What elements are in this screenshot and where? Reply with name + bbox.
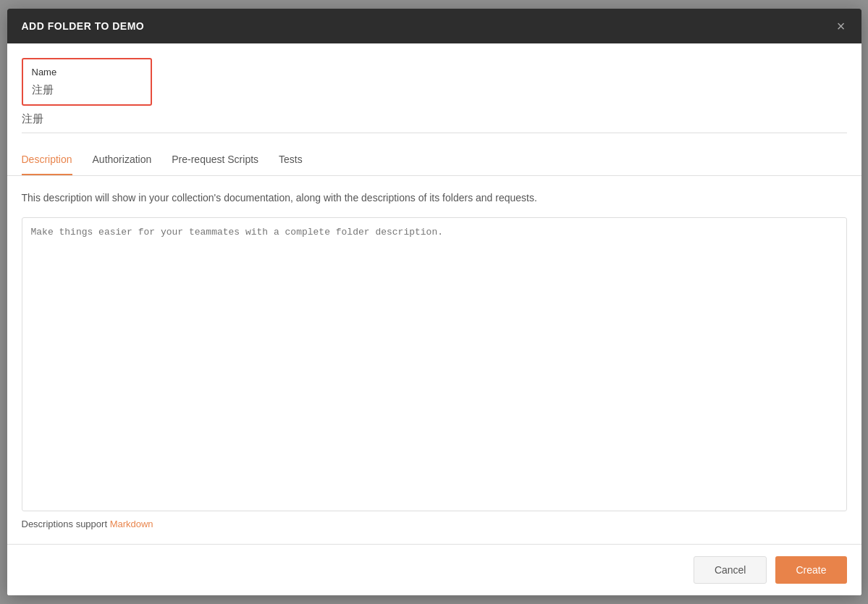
modal-title: ADD FOLDER TO DEMO <box>22 20 145 32</box>
modal-body: Name 注册 Description Authorization Pre-re… <box>7 43 861 544</box>
modal-header: ADD FOLDER TO DEMO × <box>7 9 861 43</box>
modal-footer: Cancel Create <box>7 544 861 595</box>
name-input-row <box>7 106 861 133</box>
tabs-bar: Description Authorization Pre-request Sc… <box>7 145 861 176</box>
modal-overlay: ADD FOLDER TO DEMO × Name 注册 Description… <box>0 0 868 604</box>
tab-pre-request-scripts[interactable]: Pre-request Scripts <box>172 145 258 175</box>
close-button[interactable]: × <box>835 19 847 33</box>
markdown-note: Descriptions support Markdown <box>22 519 847 529</box>
create-button[interactable]: Create <box>775 556 846 584</box>
name-input[interactable] <box>22 106 847 133</box>
description-info: This description will show in your colle… <box>22 190 847 206</box>
name-box: Name 注册 <box>22 58 152 106</box>
tab-tests[interactable]: Tests <box>279 145 303 175</box>
content-section: This description will show in your colle… <box>7 176 861 544</box>
name-value: 注册 <box>32 83 142 97</box>
markdown-link[interactable]: Markdown <box>110 519 153 529</box>
cancel-button[interactable]: Cancel <box>694 556 767 584</box>
markdown-note-prefix: Descriptions support <box>22 519 110 529</box>
tab-authorization[interactable]: Authorization <box>93 145 152 175</box>
modal-dialog: ADD FOLDER TO DEMO × Name 注册 Description… <box>7 9 861 595</box>
name-section: Name 注册 <box>7 43 861 106</box>
description-textarea[interactable] <box>22 217 847 511</box>
name-label: Name <box>32 67 142 77</box>
tab-description[interactable]: Description <box>22 145 72 175</box>
